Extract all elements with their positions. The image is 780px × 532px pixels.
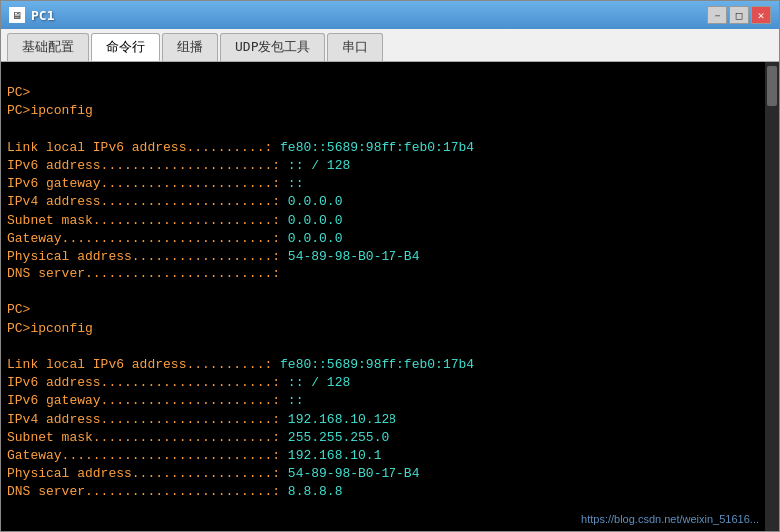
tab-multicast[interactable]: 组播 (162, 33, 218, 61)
tab-command-line[interactable]: 命令行 (91, 33, 160, 61)
title-bar-left: 🖥 PC1 (9, 7, 54, 23)
tab-serial[interactable]: 串口 (327, 33, 383, 61)
watermark: https://blog.csdn.net/weixin_51616... (581, 513, 759, 525)
tabs-bar: 基础配置 命令行 组播 UDP发包工具 串口 (1, 29, 779, 62)
title-bar: 🖥 PC1 － □ ✕ (1, 1, 779, 29)
window-title: PC1 (31, 8, 54, 23)
terminal-output: PC> PC>ipconfig Link local IPv6 address.… (7, 66, 773, 527)
title-controls: － □ ✕ (707, 6, 771, 24)
main-window: 🖥 PC1 － □ ✕ 基础配置 命令行 组播 UDP发包工具 串口 PC> P… (0, 0, 780, 532)
scrollbar[interactable] (765, 62, 779, 531)
tab-basic-config[interactable]: 基础配置 (7, 33, 89, 61)
minimize-button[interactable]: － (707, 6, 727, 24)
maximize-button[interactable]: □ (729, 6, 749, 24)
tab-udp-tool[interactable]: UDP发包工具 (220, 33, 325, 61)
scrollbar-thumb[interactable] (767, 66, 777, 106)
terminal-container[interactable]: PC> PC>ipconfig Link local IPv6 address.… (1, 62, 779, 531)
close-button[interactable]: ✕ (751, 6, 771, 24)
window-icon: 🖥 (9, 7, 25, 23)
